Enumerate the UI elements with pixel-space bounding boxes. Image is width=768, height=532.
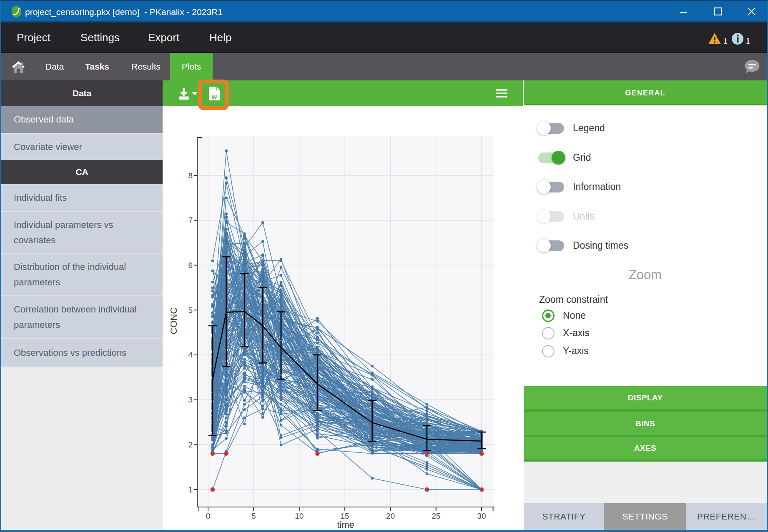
svg-text:2: 2 bbox=[188, 440, 193, 449]
svg-text:time: time bbox=[337, 520, 354, 530]
svg-text:1: 1 bbox=[746, 36, 750, 45]
svg-text:30: 30 bbox=[477, 512, 486, 520]
svg-text:4: 4 bbox=[188, 350, 193, 359]
svg-text:CONC: CONC bbox=[168, 307, 179, 335]
svg-text:7: 7 bbox=[188, 216, 193, 225]
svg-text:8: 8 bbox=[188, 171, 193, 180]
svg-text:10: 10 bbox=[295, 512, 304, 520]
svg-text:1: 1 bbox=[723, 36, 728, 45]
svg-text:5: 5 bbox=[188, 306, 193, 315]
svg-text:w: w bbox=[211, 93, 217, 100]
svg-text:5: 5 bbox=[251, 512, 256, 520]
svg-text:1: 1 bbox=[188, 485, 193, 494]
svg-text:0: 0 bbox=[206, 512, 211, 520]
svg-text:15: 15 bbox=[341, 512, 349, 520]
svg-text:25: 25 bbox=[432, 512, 440, 520]
svg-text:6: 6 bbox=[188, 261, 193, 270]
svg-text:3: 3 bbox=[188, 395, 193, 404]
svg-text:20: 20 bbox=[386, 512, 395, 520]
